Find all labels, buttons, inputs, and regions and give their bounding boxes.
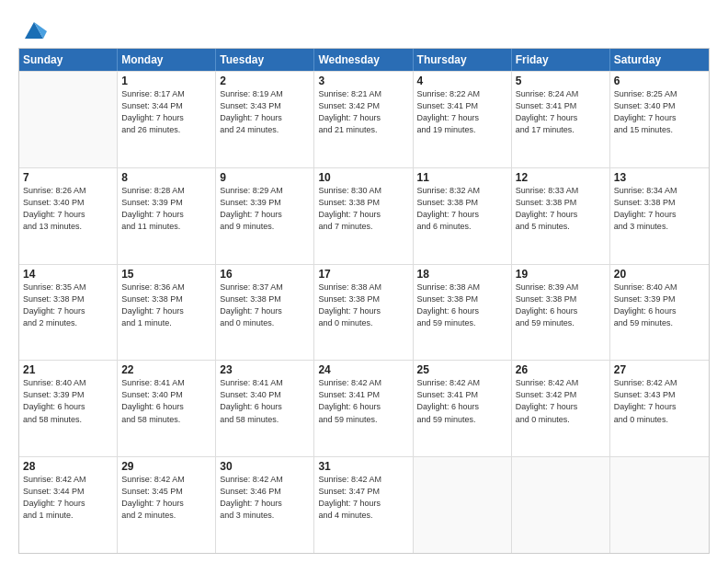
empty-cell [512,457,610,553]
day-cell-23: 23Sunrise: 8:41 AM Sunset: 3:40 PM Dayli… [216,361,314,456]
day-cell-26: 26Sunrise: 8:42 AM Sunset: 3:42 PM Dayli… [512,361,610,456]
day-cell-12: 12Sunrise: 8:33 AM Sunset: 3:38 PM Dayli… [512,168,610,264]
day-info: Sunrise: 8:29 AM Sunset: 3:39 PM Dayligh… [220,185,310,233]
empty-cell [414,457,512,553]
day-info: Sunrise: 8:21 AM Sunset: 3:42 PM Dayligh… [318,88,408,136]
day-cell-11: 11Sunrise: 8:32 AM Sunset: 3:38 PM Dayli… [414,168,512,264]
day-number: 5 [516,75,606,87]
header-day-thursday: Thursday [414,49,512,71]
day-info: Sunrise: 8:40 AM Sunset: 3:39 PM Dayligh… [23,377,113,425]
day-info: Sunrise: 8:22 AM Sunset: 3:41 PM Dayligh… [417,88,507,136]
day-number: 6 [614,75,705,87]
day-info: Sunrise: 8:38 AM Sunset: 3:38 PM Dayligh… [318,282,408,329]
day-cell-16: 16Sunrise: 8:37 AM Sunset: 3:38 PM Dayli… [216,265,314,361]
day-info: Sunrise: 8:37 AM Sunset: 3:38 PM Dayligh… [220,282,310,329]
day-cell-15: 15Sunrise: 8:36 AM Sunset: 3:38 PM Dayli… [118,265,216,361]
day-info: Sunrise: 8:28 AM Sunset: 3:39 PM Dayligh… [121,185,211,233]
logo [18,20,47,42]
day-info: Sunrise: 8:26 AM Sunset: 3:40 PM Dayligh… [23,185,113,233]
day-cell-7: 7Sunrise: 8:26 AM Sunset: 3:40 PM Daylig… [19,168,118,264]
day-number: 31 [318,460,408,473]
day-number: 1 [121,75,211,87]
day-cell-21: 21Sunrise: 8:40 AM Sunset: 3:39 PM Dayli… [19,361,118,456]
day-info: Sunrise: 8:42 AM Sunset: 3:41 PM Dayligh… [417,377,507,425]
day-cell-3: 3Sunrise: 8:21 AM Sunset: 3:42 PM Daylig… [314,72,413,167]
day-number: 4 [417,75,507,87]
calendar: SundayMondayTuesdayWednesdayThursdayFrid… [18,48,710,554]
day-info: Sunrise: 8:42 AM Sunset: 3:45 PM Dayligh… [121,474,211,522]
day-number: 3 [318,75,408,87]
day-cell-31: 31Sunrise: 8:42 AM Sunset: 3:47 PM Dayli… [314,457,413,553]
day-cell-25: 25Sunrise: 8:42 AM Sunset: 3:41 PM Dayli… [414,361,512,456]
day-number: 17 [318,268,408,281]
calendar-row-2: 7Sunrise: 8:26 AM Sunset: 3:40 PM Daylig… [19,167,709,264]
day-info: Sunrise: 8:40 AM Sunset: 3:39 PM Dayligh… [614,282,705,329]
day-cell-4: 4Sunrise: 8:22 AM Sunset: 3:41 PM Daylig… [414,72,512,167]
header-day-wednesday: Wednesday [314,49,413,71]
day-info: Sunrise: 8:25 AM Sunset: 3:40 PM Dayligh… [614,88,705,136]
day-number: 29 [121,460,211,473]
day-info: Sunrise: 8:34 AM Sunset: 3:38 PM Dayligh… [614,185,705,233]
day-number: 2 [220,75,310,87]
day-info: Sunrise: 8:33 AM Sunset: 3:38 PM Dayligh… [516,185,606,233]
day-cell-1: 1Sunrise: 8:17 AM Sunset: 3:44 PM Daylig… [118,72,216,167]
day-number: 16 [220,268,310,281]
day-number: 8 [121,171,211,184]
day-cell-5: 5Sunrise: 8:24 AM Sunset: 3:41 PM Daylig… [512,72,610,167]
day-number: 28 [23,460,113,473]
day-cell-6: 6Sunrise: 8:25 AM Sunset: 3:40 PM Daylig… [610,72,709,167]
day-number: 21 [23,363,113,376]
day-number: 22 [121,363,211,376]
day-cell-18: 18Sunrise: 8:38 AM Sunset: 3:38 PM Dayli… [414,265,512,361]
day-number: 18 [417,268,507,281]
calendar-row-1: 1Sunrise: 8:17 AM Sunset: 3:44 PM Daylig… [19,71,709,167]
calendar-row-3: 14Sunrise: 8:35 AM Sunset: 3:38 PM Dayli… [19,264,709,361]
header [18,17,710,42]
header-day-saturday: Saturday [610,49,709,71]
day-number: 7 [23,171,113,184]
day-number: 9 [220,171,310,184]
day-info: Sunrise: 8:38 AM Sunset: 3:38 PM Dayligh… [417,282,507,329]
day-number: 24 [318,363,408,376]
day-info: Sunrise: 8:42 AM Sunset: 3:47 PM Dayligh… [318,474,408,522]
day-number: 19 [516,268,606,281]
day-cell-30: 30Sunrise: 8:42 AM Sunset: 3:46 PM Dayli… [216,457,314,553]
day-cell-20: 20Sunrise: 8:40 AM Sunset: 3:39 PM Dayli… [610,265,709,361]
day-number: 30 [220,460,310,473]
day-cell-22: 22Sunrise: 8:41 AM Sunset: 3:40 PM Dayli… [118,361,216,456]
day-cell-27: 27Sunrise: 8:42 AM Sunset: 3:43 PM Dayli… [610,361,709,456]
day-cell-24: 24Sunrise: 8:42 AM Sunset: 3:41 PM Dayli… [314,361,413,456]
empty-cell [610,457,709,553]
day-info: Sunrise: 8:30 AM Sunset: 3:38 PM Dayligh… [318,185,408,233]
day-info: Sunrise: 8:17 AM Sunset: 3:44 PM Dayligh… [121,88,211,136]
page: SundayMondayTuesdayWednesdayThursdayFrid… [0,0,728,563]
day-number: 20 [614,268,705,281]
day-info: Sunrise: 8:36 AM Sunset: 3:38 PM Dayligh… [121,282,211,329]
calendar-body: 1Sunrise: 8:17 AM Sunset: 3:44 PM Daylig… [19,71,709,553]
day-info: Sunrise: 8:42 AM Sunset: 3:44 PM Dayligh… [23,474,113,522]
logo-icon [21,17,47,42]
day-number: 13 [614,171,705,184]
day-cell-9: 9Sunrise: 8:29 AM Sunset: 3:39 PM Daylig… [216,168,314,264]
header-day-friday: Friday [512,49,610,71]
day-number: 12 [516,171,606,184]
day-number: 25 [417,363,507,376]
day-info: Sunrise: 8:42 AM Sunset: 3:41 PM Dayligh… [318,377,408,425]
day-cell-10: 10Sunrise: 8:30 AM Sunset: 3:38 PM Dayli… [314,168,413,264]
header-day-monday: Monday [118,49,216,71]
calendar-header: SundayMondayTuesdayWednesdayThursdayFrid… [19,49,709,71]
day-info: Sunrise: 8:39 AM Sunset: 3:38 PM Dayligh… [516,282,606,329]
day-cell-13: 13Sunrise: 8:34 AM Sunset: 3:38 PM Dayli… [610,168,709,264]
header-day-tuesday: Tuesday [216,49,314,71]
header-day-sunday: Sunday [19,49,118,71]
day-info: Sunrise: 8:24 AM Sunset: 3:41 PM Dayligh… [516,88,606,136]
day-number: 27 [614,363,705,376]
day-info: Sunrise: 8:19 AM Sunset: 3:43 PM Dayligh… [220,88,310,136]
day-cell-17: 17Sunrise: 8:38 AM Sunset: 3:38 PM Dayli… [314,265,413,361]
day-info: Sunrise: 8:41 AM Sunset: 3:40 PM Dayligh… [220,377,310,425]
day-info: Sunrise: 8:42 AM Sunset: 3:43 PM Dayligh… [614,377,705,425]
day-info: Sunrise: 8:32 AM Sunset: 3:38 PM Dayligh… [417,185,507,233]
day-cell-28: 28Sunrise: 8:42 AM Sunset: 3:44 PM Dayli… [19,457,118,553]
day-number: 11 [417,171,507,184]
calendar-row-4: 21Sunrise: 8:40 AM Sunset: 3:39 PM Dayli… [19,360,709,456]
